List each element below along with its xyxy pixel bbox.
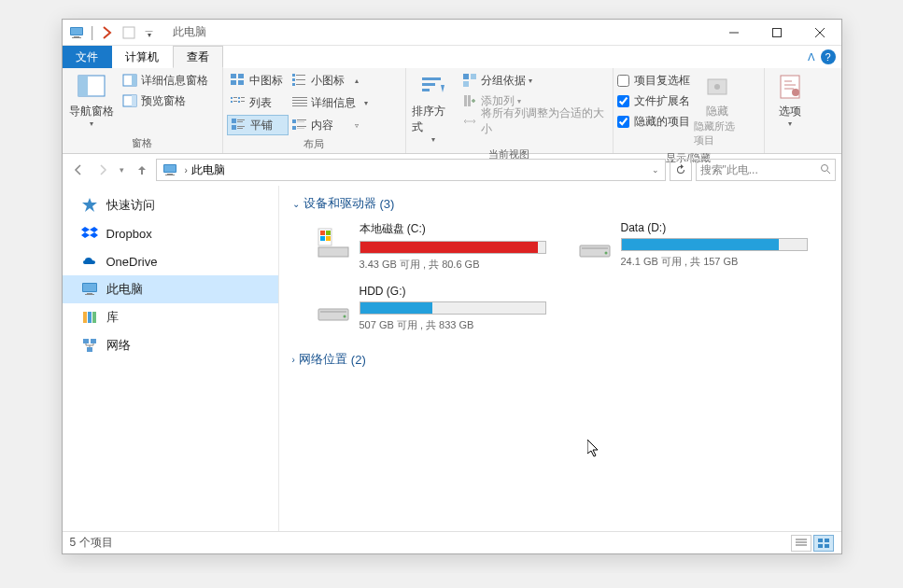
svg-rect-52	[463, 74, 469, 79]
preview-pane-button[interactable]: 预览窗格	[119, 91, 212, 111]
hide-selected-button[interactable]: 隐藏 隐藏所选项目	[692, 70, 742, 149]
details-icon	[292, 96, 307, 109]
close-button[interactable]	[798, 20, 841, 46]
drive-usage-bar	[621, 238, 808, 251]
nav-quick-access[interactable]: 快速访问	[63, 191, 278, 219]
svg-rect-12	[132, 75, 136, 86]
address-dropdown-icon[interactable]: ⌄	[648, 165, 663, 175]
tab-file[interactable]: 文件	[63, 46, 112, 68]
svg-rect-51	[422, 89, 430, 91]
item-checkboxes-toggle[interactable]: 项目复选框	[617, 71, 690, 90]
group-header-network[interactable]: › 网络位置 (2)	[292, 351, 828, 368]
forward-button[interactable]	[92, 160, 113, 180]
svg-rect-87	[320, 311, 346, 313]
network-icon	[81, 337, 98, 354]
svg-rect-37	[232, 119, 236, 123]
size-columns-button[interactable]: 将所有列调整为合适的大小	[459, 111, 608, 132]
up-button[interactable]	[132, 160, 152, 180]
maximize-button[interactable]	[755, 20, 798, 46]
group-header-devices[interactable]: ⌄ 设备和驱动器 (3)	[292, 195, 828, 212]
svg-rect-29	[238, 97, 240, 99]
nav-this-pc[interactable]: 此电脑	[63, 275, 278, 303]
back-button[interactable]	[68, 160, 89, 180]
file-extensions-toggle[interactable]: 文件扩展名	[617, 91, 690, 110]
nav-dropbox[interactable]: Dropbox	[63, 219, 278, 247]
nav-network[interactable]: 网络	[63, 331, 278, 359]
content-area: ⌄ 设备和驱动器 (3) 本地磁盘 (C:)3.43 GB 可用 , 共 80.…	[279, 186, 841, 531]
drive-name: Data (D:)	[621, 221, 808, 234]
drive-item[interactable]: 本地磁盘 (C:)3.43 GB 可用 , 共 80.6 GB	[313, 221, 546, 272]
svg-point-60	[792, 89, 799, 96]
sort-by-button[interactable]: 排序方式 ▾	[410, 70, 458, 146]
layout-details[interactable]: 详细信息	[289, 92, 360, 113]
drive-item[interactable]: HDD (G:)507 GB 可用 , 共 833 GB	[313, 285, 546, 332]
hidden-items-toggle[interactable]: 隐藏的项目	[617, 112, 690, 131]
tab-computer[interactable]: 计算机	[112, 46, 173, 68]
search-input[interactable]: 搜索"此电...	[696, 159, 836, 181]
layout-scroll-down-icon[interactable]: ▾	[364, 99, 368, 107]
group-by-button[interactable]: 分组依据▾	[459, 70, 608, 91]
view-tiles-switch[interactable]	[813, 535, 834, 552]
options-button[interactable]: 选项 ▾	[769, 70, 811, 130]
svg-rect-76	[87, 347, 92, 352]
layout-tiles[interactable]: 平铺	[227, 115, 289, 135]
breadcrumb-segment[interactable]: 此电脑	[191, 162, 225, 178]
svg-rect-15	[231, 74, 236, 78]
breadcrumb-chevron-icon[interactable]: ›	[181, 165, 191, 175]
svg-rect-93	[825, 539, 829, 542]
svg-rect-62	[164, 165, 176, 172]
svg-rect-4	[123, 27, 134, 38]
svg-rect-44	[297, 119, 306, 120]
svg-rect-25	[231, 97, 233, 99]
layout-expand-icon[interactable]: ▿	[355, 121, 359, 130]
minimize-button[interactable]	[713, 20, 755, 46]
svg-rect-27	[231, 101, 233, 103]
tab-view[interactable]: 查看	[173, 46, 223, 68]
svg-rect-72	[88, 312, 92, 323]
expand-icon: ›	[292, 355, 295, 365]
svg-rect-50	[422, 83, 435, 86]
qat-blank-icon[interactable]	[121, 25, 136, 40]
svg-rect-40	[232, 125, 236, 130]
svg-rect-46	[292, 126, 296, 130]
group-label-layout: 布局	[227, 135, 402, 154]
svg-rect-94	[818, 544, 823, 548]
svg-rect-47	[297, 126, 306, 127]
collapse-ribbon-icon[interactable]: ᐱ	[808, 51, 815, 63]
pc-icon	[69, 25, 84, 40]
qat-separator: |	[90, 25, 95, 40]
layout-scroll-up-icon[interactable]: ▴	[355, 77, 359, 85]
pc-icon	[162, 162, 177, 177]
qat-dropdown-icon[interactable]: —▾	[142, 25, 157, 40]
svg-rect-69	[87, 293, 92, 294]
svg-rect-55	[464, 95, 467, 106]
help-icon[interactable]: ?	[821, 49, 836, 64]
svg-rect-95	[825, 544, 829, 548]
star-icon	[81, 197, 98, 214]
nav-pane-button[interactable]: 导航窗格 ▾	[66, 70, 117, 130]
view-details-switch[interactable]	[791, 535, 811, 552]
nav-libraries[interactable]: 库	[63, 303, 278, 331]
layout-small-icons[interactable]: 小图标	[289, 70, 350, 91]
address-bar[interactable]: › 此电脑 ⌄	[156, 159, 666, 181]
svg-rect-43	[292, 119, 296, 123]
svg-point-65	[821, 164, 827, 171]
svg-point-58	[714, 84, 720, 90]
search-placeholder: 搜索"此电...	[700, 162, 758, 178]
svg-rect-2	[74, 36, 79, 37]
svg-rect-84	[582, 247, 608, 249]
svg-rect-80	[326, 231, 331, 235]
recent-dropdown[interactable]: ▾	[117, 160, 128, 180]
preview-pane-icon	[122, 93, 137, 108]
layout-list[interactable]: 列表	[227, 92, 289, 113]
properties-icon[interactable]	[101, 25, 116, 40]
layout-medium-icons[interactable]: 中图标	[227, 70, 289, 91]
drive-item[interactable]: Data (D:)24.1 GB 可用 , 共 157 GB	[574, 221, 808, 272]
window-title: 此电脑	[173, 24, 206, 40]
svg-rect-1	[71, 28, 82, 35]
layout-content[interactable]: 内容	[289, 115, 350, 135]
details-pane-button[interactable]: 详细信息窗格	[119, 70, 212, 91]
nav-onedrive[interactable]: OneDrive	[63, 247, 278, 275]
content-icon	[292, 119, 307, 132]
refresh-button[interactable]	[670, 159, 692, 181]
